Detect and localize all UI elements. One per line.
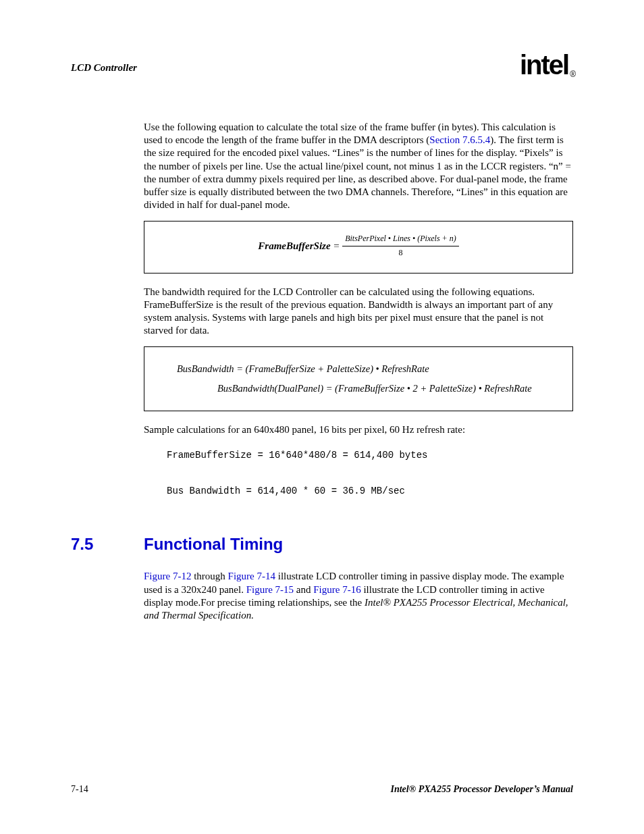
paragraph-sample: Sample calculations for an 640x480 panel… bbox=[144, 423, 573, 436]
footer-manual-title: Intel® PXA255 Processor Developer’s Manu… bbox=[391, 784, 574, 795]
link-section-7-6-5-4[interactable]: Section 7.6.5.4 bbox=[429, 134, 490, 145]
link-figure-7-14[interactable]: Figure 7-14 bbox=[228, 571, 275, 581]
link-figure-7-12[interactable]: Figure 7-12 bbox=[144, 571, 191, 581]
section-content: Figure 7-12 through Figure 7-14 illustra… bbox=[144, 570, 573, 622]
code-sample-calculations: FrameBufferSize = 16*640*480/8 = 614,400… bbox=[167, 446, 573, 500]
eq-denominator: 8 bbox=[342, 246, 458, 259]
equation-box-framebuffer: FrameBufferSize = BitsPerPixel • Lines •… bbox=[144, 221, 573, 273]
eq-line2: BusBandwidth(DualPanel) = (FrameBufferSi… bbox=[177, 379, 556, 398]
equation-framebuffer: FrameBufferSize = BitsPerPixel • Lines •… bbox=[161, 234, 556, 260]
section-number: 7.5 bbox=[71, 535, 144, 554]
paragraph-functional-timing: Figure 7-12 through Figure 7-14 illustra… bbox=[144, 570, 573, 622]
eq-fraction: BitsPerPixel • Lines • (Pixels + n)8 bbox=[342, 232, 458, 259]
page-header: LCD Controller intel® bbox=[71, 53, 573, 83]
link-figure-7-15[interactable]: Figure 7-15 bbox=[246, 584, 294, 595]
link-figure-7-16[interactable]: Figure 7-16 bbox=[313, 584, 360, 595]
paragraph-bandwidth: The bandwidth required for the LCD Contr… bbox=[144, 286, 573, 338]
equation-box-bandwidth: BusBandwidth = (FrameBufferSize + Palett… bbox=[144, 346, 573, 411]
logo-text: intel bbox=[520, 50, 568, 80]
text: ). The first term is the size required f… bbox=[144, 134, 571, 210]
intel-logo: intel® bbox=[520, 50, 573, 80]
paragraph-intro: Use the following equation to calculate … bbox=[144, 121, 573, 211]
text: through bbox=[191, 571, 227, 581]
header-title: LCD Controller bbox=[71, 62, 137, 74]
text: and bbox=[294, 584, 313, 595]
section-title: Functional Timing bbox=[144, 535, 283, 554]
eq-line1: BusBandwidth = (FrameBufferSize + Palett… bbox=[177, 359, 556, 379]
equation-bandwidth: BusBandwidth = (FrameBufferSize + Palett… bbox=[161, 359, 556, 398]
logo-registered: ® bbox=[570, 70, 574, 79]
eq-numerator: BitsPerPixel • Lines • (Pixels + n) bbox=[342, 232, 458, 246]
eq-lhs: FrameBufferSize bbox=[258, 240, 330, 251]
eq-equals: = bbox=[331, 240, 343, 251]
page-footer: 7-14 Intel® PXA255 Processor Developer’s… bbox=[71, 784, 573, 795]
section-heading-row: 7.5 Functional Timing bbox=[71, 535, 573, 554]
main-content: Use the following equation to calculate … bbox=[144, 121, 573, 500]
footer-page-number: 7-14 bbox=[71, 784, 88, 795]
